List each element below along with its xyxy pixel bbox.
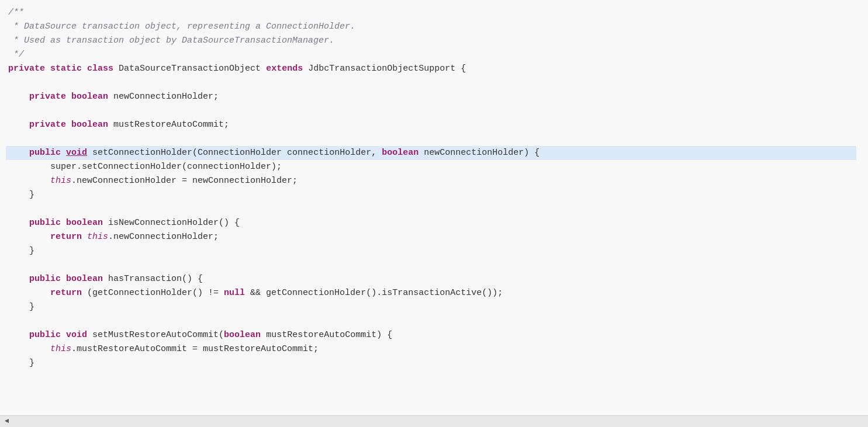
token-this-keyword: this — [87, 232, 108, 242]
code-line: this.newConnectionHolder = newConnection… — [6, 174, 856, 188]
token-normal — [8, 218, 29, 228]
token-normal: newConnectionHolder) { — [419, 148, 540, 158]
token-normal: DataSourceTransactionObject — [113, 64, 266, 74]
token-keyword: void — [66, 330, 87, 340]
token-keyword: private — [29, 120, 66, 130]
token-this-keyword: this — [50, 344, 71, 354]
code-line: /** — [6, 6, 856, 20]
token-normal — [8, 274, 29, 284]
code-line: return (getConnectionHolder() != null &&… — [6, 286, 856, 300]
token-normal — [61, 330, 66, 340]
code-line — [6, 132, 856, 146]
code-line — [6, 202, 856, 216]
token-keyword: boolean — [382, 148, 419, 158]
token-normal: hasTransaction() { — [103, 274, 203, 284]
token-normal — [66, 92, 71, 102]
code-line: super.setConnectionHolder(connectionHold… — [6, 160, 856, 174]
code-line: * DataSource transaction object, represe… — [6, 20, 856, 34]
token-comment: * Used as transaction object by DataSour… — [8, 36, 334, 46]
left-arrow-icon: ◄ — [5, 416, 9, 427]
token-comment: * DataSource transaction object, represe… — [8, 22, 355, 32]
token-normal — [8, 288, 50, 298]
token-normal — [61, 274, 66, 284]
token-normal: .newConnectionHolder; — [108, 232, 219, 242]
token-comment: */ — [8, 50, 24, 60]
token-normal — [8, 148, 29, 158]
token-normal: } — [8, 358, 34, 368]
token-normal — [8, 120, 29, 130]
token-keyword-void: void — [66, 148, 87, 158]
token-normal: (getConnectionHolder() != — [82, 288, 224, 298]
bottom-bar: ◄ — [0, 415, 868, 427]
code-line: */ — [6, 48, 856, 62]
token-keyword: boolean — [71, 120, 108, 130]
token-this-keyword: this — [50, 176, 71, 186]
code-line: public boolean hasTransaction() { — [6, 272, 856, 286]
token-keyword: public — [29, 330, 61, 340]
token-normal — [61, 148, 66, 158]
code-line: public void setConnectionHolder(Connecti… — [6, 146, 856, 160]
code-line: } — [6, 356, 856, 370]
token-normal: } — [8, 302, 34, 312]
token-normal: .mustRestoreAutoCommit = mustRestoreAuto… — [71, 344, 319, 354]
token-normal — [66, 120, 71, 130]
token-keyword: return — [50, 288, 82, 298]
code-line — [6, 258, 856, 272]
code-line: public boolean isNewConnectionHolder() { — [6, 216, 856, 230]
token-normal: } — [8, 190, 34, 200]
token-keyword: boolean — [66, 274, 103, 284]
code-line: return this.newConnectionHolder; — [6, 230, 856, 244]
token-keyword: return — [50, 232, 82, 242]
token-keyword: public — [29, 218, 61, 228]
token-keyword: class — [87, 64, 113, 74]
token-normal: mustRestoreAutoCommit; — [108, 120, 229, 130]
code-line: this.mustRestoreAutoCommit = mustRestore… — [6, 342, 856, 356]
token-normal: JdbcTransactionObjectSupport { — [303, 64, 466, 74]
token-normal: isNewConnectionHolder() { — [103, 218, 240, 228]
code-line — [6, 76, 856, 90]
token-normal — [8, 330, 29, 340]
token-normal: } — [8, 246, 34, 256]
code-block: /** * DataSource transaction object, rep… — [6, 6, 856, 370]
token-normal: mustRestoreAutoCommit) { — [261, 330, 392, 340]
code-line: } — [6, 244, 856, 258]
token-normal: setConnectionHolder(ConnectionHolder con… — [87, 148, 382, 158]
token-normal — [8, 232, 50, 242]
token-normal — [8, 92, 29, 102]
token-keyword: private — [29, 92, 66, 102]
code-line: } — [6, 300, 856, 314]
code-line — [6, 314, 856, 328]
token-keyword: boolean — [71, 92, 108, 102]
code-line: } — [6, 188, 856, 202]
token-normal: newConnectionHolder; — [108, 92, 219, 102]
code-container[interactable]: /** * DataSource transaction object, rep… — [0, 0, 868, 427]
token-normal — [82, 64, 87, 74]
code-line: private boolean newConnectionHolder; — [6, 90, 856, 104]
token-keyword: boolean — [224, 330, 261, 340]
token-normal: setMustRestoreAutoCommit( — [87, 330, 224, 340]
token-normal — [8, 176, 50, 186]
token-keyword: extends — [266, 64, 303, 74]
token-keyword: boolean — [66, 218, 103, 228]
token-normal: && getConnectionHolder().isTransactionAc… — [245, 288, 503, 298]
token-normal — [61, 218, 66, 228]
token-comment: /** — [8, 8, 24, 18]
code-line — [6, 104, 856, 118]
code-line: * Used as transaction object by DataSour… — [6, 34, 856, 48]
token-normal: .newConnectionHolder = newConnectionHold… — [71, 176, 298, 186]
code-line: public void setMustRestoreAutoCommit(boo… — [6, 328, 856, 342]
token-keyword: static — [50, 64, 82, 74]
token-keyword: public — [29, 274, 61, 284]
token-keyword: null — [224, 288, 245, 298]
token-normal — [82, 232, 87, 242]
token-keyword: private — [8, 64, 45, 74]
token-normal: super.setConnectionHolder(connectionHold… — [8, 162, 282, 172]
code-line: private static class DataSourceTransacti… — [6, 62, 856, 76]
code-line: private boolean mustRestoreAutoCommit; — [6, 118, 856, 132]
token-keyword: public — [29, 148, 61, 158]
token-normal — [8, 344, 50, 354]
token-normal — [45, 64, 50, 74]
